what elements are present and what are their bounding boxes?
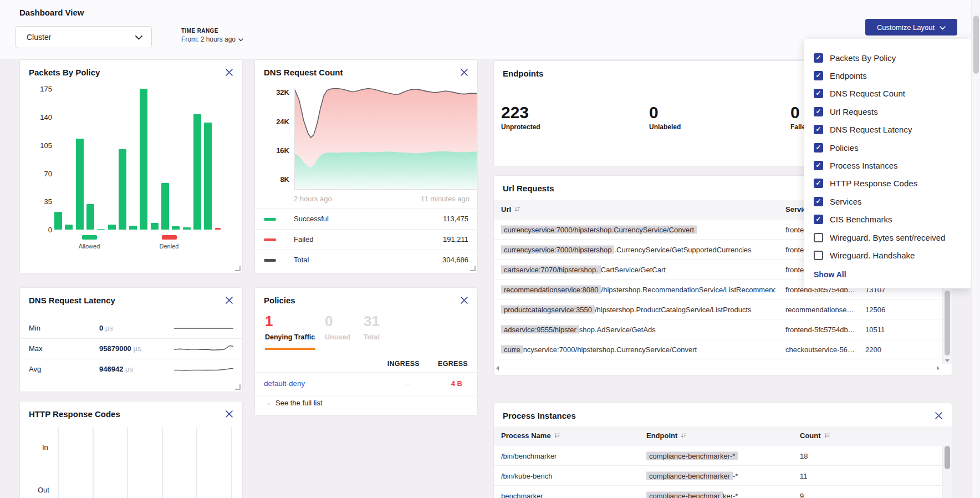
scroll-down-icon[interactable] — [945, 359, 950, 362]
table-row[interactable]: benchmarker compliance-benchmarker-* 9 — [494, 486, 943, 498]
close-icon[interactable] — [460, 68, 468, 77]
bar-allowed — [129, 226, 137, 230]
checkbox-icon[interactable]: ✓ — [814, 89, 823, 98]
page-title: Dashboard View — [19, 8, 84, 17]
checkbox-icon[interactable]: ✓ — [814, 161, 823, 170]
process-instances-card: Process Instances Process Name Endpoint … — [493, 403, 952, 498]
menu-item[interactable]: ✓ Services — [804, 192, 971, 210]
column-header-process-name[interactable]: Process Name — [501, 431, 560, 440]
show-all-link[interactable]: Show All — [814, 270, 846, 279]
dns-request-latency-card: DNS Request Latency Min 0 µs Max 9587900… — [19, 287, 243, 392]
menu-item[interactable]: ✓ Endpoints — [804, 67, 971, 84]
close-icon[interactable] — [225, 410, 233, 418]
tab-unused[interactable]: 0 Unused — [325, 313, 350, 341]
card-title: Endpoints — [503, 69, 543, 78]
view-selector[interactable]: Cluster — [15, 26, 152, 48]
chevron-down-icon — [135, 33, 142, 42]
successful-swatch — [264, 218, 276, 221]
time-range-label: TIME RANGE — [181, 28, 243, 34]
menu-item[interactable]: ✓ Process Instances — [804, 156, 971, 174]
legend-row: Total 304,686 — [255, 250, 477, 270]
bar-allowed — [97, 229, 105, 230]
failed-swatch — [264, 238, 276, 241]
y-tick: 35 — [28, 197, 52, 206]
checkbox-icon[interactable]: ✓ — [814, 143, 823, 153]
latency-row-max: Max 95879000 µs — [20, 338, 242, 359]
menu-item[interactable]: Wireguard. Bytes sent/received — [804, 228, 971, 246]
scrollbar-thumb[interactable] — [973, 16, 979, 74]
menu-item[interactable]: ✓ Url Requests — [804, 103, 971, 120]
checkbox-icon[interactable]: ✓ — [814, 53, 823, 63]
y-tick: 0 — [28, 226, 52, 234]
checkbox-icon[interactable]: ✓ — [814, 107, 823, 116]
process-table-rows: /bin/benchmarker compliance-benchmarker-… — [494, 446, 943, 498]
menu-item[interactable]: Wireguard. Handshake — [804, 246, 971, 264]
resize-handle[interactable] — [235, 266, 241, 271]
vertical-scrollbar[interactable] — [942, 446, 952, 498]
card-title: DNS Request Latency — [29, 296, 115, 305]
table-row[interactable]: currencyservice:7000/hipstershop.Currenc… — [494, 339, 943, 359]
menu-item-label: Services — [830, 197, 862, 206]
table-row[interactable]: adservice:9555/hipstershop.AdService/Get… — [494, 319, 943, 339]
see-full-list-link[interactable]: → See the full list — [264, 399, 323, 407]
table-row[interactable]: /bin/benchmarker compliance-benchmarker-… — [494, 446, 943, 466]
menu-item-label: HTTP Response Codes — [830, 179, 917, 188]
y-tick: 105 — [28, 141, 52, 150]
time-range-value[interactable]: From: 2 hours ago — [181, 35, 243, 43]
http-response-codes-card: HTTP Response Codes In Out — [19, 401, 243, 498]
tab-total[interactable]: 31 Total — [364, 313, 380, 341]
menu-item[interactable]: ✓ Packets By Policy — [804, 49, 971, 67]
close-icon[interactable] — [225, 68, 233, 77]
checkbox-icon[interactable]: ✓ — [814, 71, 823, 80]
checkbox-icon[interactable] — [814, 251, 823, 260]
menu-item-label: Wireguard. Handshake — [830, 251, 915, 260]
scrollbar-thumb[interactable] — [945, 446, 950, 469]
menu-item[interactable]: ✓ CIS Benchmarks — [804, 211, 971, 228]
checkbox-icon[interactable]: ✓ — [814, 197, 823, 206]
card-title: HTTP Response Codes — [29, 409, 120, 419]
resize-handle[interactable] — [470, 266, 476, 271]
row-label-out: Out — [38, 486, 49, 494]
menu-item[interactable]: ✓ DNS Request Latency — [804, 121, 971, 139]
stat-unprotected: 223 Unprotected — [501, 104, 540, 131]
bar-allowed — [65, 225, 73, 230]
sort-icon — [554, 433, 560, 439]
scroll-right-icon[interactable] — [937, 366, 940, 370]
checkbox-icon[interactable] — [814, 233, 823, 242]
customize-layout-button[interactable]: Customize Layout — [865, 19, 957, 35]
menu-item[interactable]: ✓ DNS Request Count — [804, 85, 971, 103]
table-row[interactable]: /bin/kube-bench compliance-benchmarker-*… — [494, 466, 943, 486]
column-header-endpoint[interactable]: Endpoint — [646, 431, 687, 440]
bar-allowed — [76, 139, 84, 230]
resize-handle[interactable] — [235, 384, 241, 390]
latency-sparkline — [174, 343, 233, 355]
tab-denying-traffic[interactable]: 1 Denying Traffic — [265, 313, 315, 341]
checkbox-icon[interactable]: ✓ — [814, 125, 823, 134]
column-header-url[interactable]: Url — [501, 205, 520, 214]
page-scrollbar[interactable] — [971, 0, 980, 498]
bar-allowed — [161, 183, 169, 230]
policy-row: default-deny – 4 B — [255, 372, 477, 395]
dns-area-svg — [295, 88, 477, 189]
view-selector-value: Cluster — [27, 33, 51, 42]
menu-item-label: DNS Request Count — [830, 89, 905, 98]
bar-allowed — [119, 149, 126, 230]
sort-icon — [681, 433, 687, 439]
checkbox-icon[interactable]: ✓ — [814, 179, 823, 188]
y-tick: 70 — [28, 170, 52, 178]
horizontal-scrollbar[interactable] — [495, 364, 941, 372]
legend-row: Successful 113,475 — [255, 209, 477, 229]
checkbox-icon[interactable]: ✓ — [814, 215, 823, 224]
total-swatch — [264, 259, 276, 262]
close-icon[interactable] — [225, 296, 233, 304]
menu-item[interactable]: ✓ HTTP Response Codes — [804, 175, 971, 192]
scroll-left-icon[interactable] — [496, 366, 499, 370]
column-header-count[interactable]: Count — [800, 431, 830, 440]
y-tick: 32K — [264, 88, 289, 96]
menu-item[interactable]: ✓ Policies — [804, 139, 971, 156]
policy-link[interactable]: default-deny — [264, 379, 305, 388]
scrollbar-thumb[interactable] — [945, 291, 950, 355]
close-icon[interactable] — [460, 296, 468, 304]
table-row[interactable]: productcatalogservice:3550/hipstershop.P… — [494, 299, 943, 319]
close-icon[interactable] — [935, 411, 943, 420]
